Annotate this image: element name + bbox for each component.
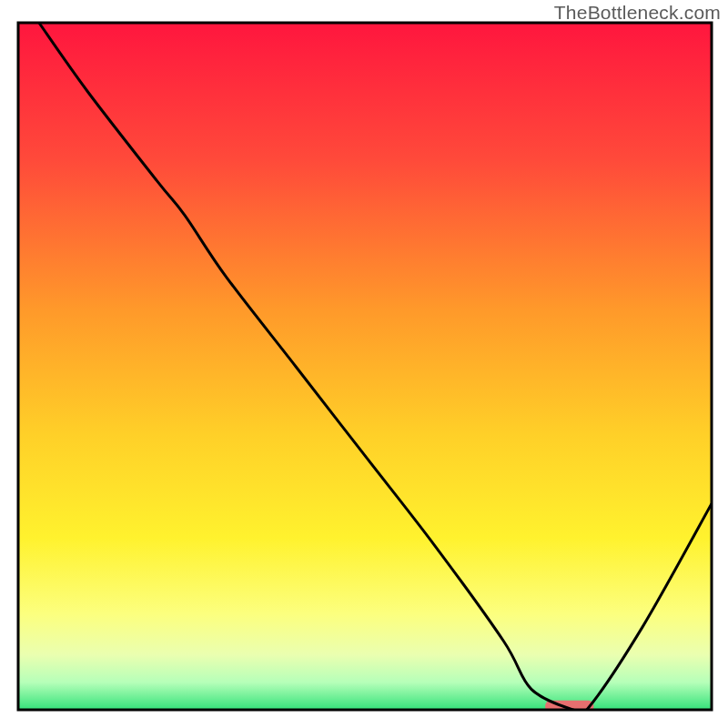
- chart-container: { "watermark": "TheBottleneck.com", "cha…: [0, 0, 728, 728]
- gradient-background: [18, 23, 712, 710]
- watermark-text: TheBottleneck.com: [554, 2, 721, 24]
- bottleneck-chart: [0, 0, 728, 728]
